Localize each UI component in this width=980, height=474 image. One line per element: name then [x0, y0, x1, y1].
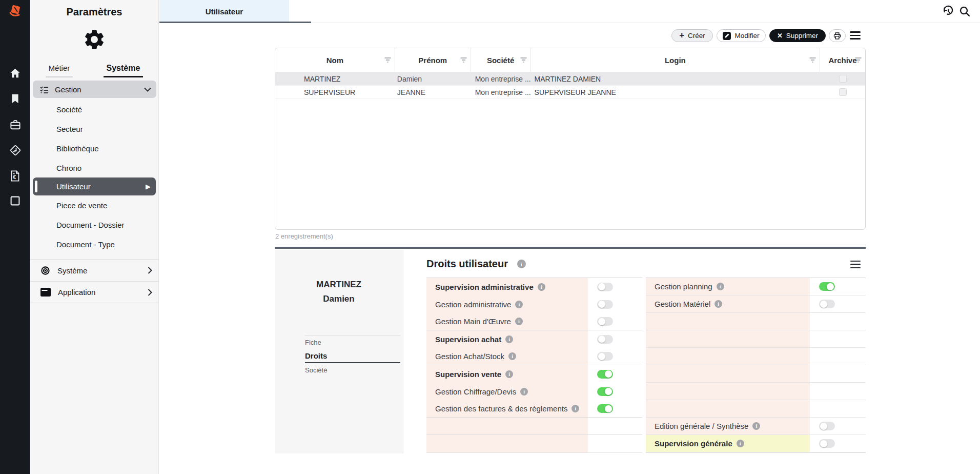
filter-icon[interactable] — [384, 57, 391, 63]
rights-label-cell — [646, 383, 810, 400]
tab-systeme[interactable]: Système — [104, 64, 144, 77]
column-header-nom[interactable]: Nom — [275, 48, 395, 72]
sidebar-item-document-dossier[interactable]: Document - Dossier — [30, 215, 158, 234]
rights-toggle-cell — [588, 365, 642, 383]
sidebar-item-utilisateur[interactable]: Utilisateur▶ — [33, 177, 156, 195]
rights-label-cell: Edition générale / Synthèsei — [646, 418, 810, 435]
panel-menu-icon[interactable] — [850, 261, 861, 268]
toggle-off[interactable] — [597, 283, 613, 291]
modify-label: Modifier — [734, 32, 759, 40]
window-icon — [40, 288, 51, 297]
rights-table-right: Gestion planningiGestion MatérieliEditio… — [646, 278, 866, 453]
info-icon[interactable]: i — [517, 260, 526, 268]
sidebar-item-piece-de-vente[interactable]: Piece de vente — [30, 195, 158, 215]
square-icon[interactable] — [0, 195, 30, 206]
gear-icon — [30, 28, 158, 51]
toggle-off[interactable] — [819, 422, 835, 430]
info-icon[interactable]: i — [571, 405, 579, 412]
logo-icon[interactable] — [0, 4, 30, 19]
info-icon[interactable]: i — [505, 370, 513, 378]
sidebar-item-soci-t-[interactable]: Société — [30, 100, 158, 119]
detail-menu-droits[interactable]: Droits — [305, 349, 400, 363]
table-row[interactable]: SUPERVISEURJEANNEMon entreprise ...SUPER… — [275, 86, 865, 99]
toggle-knob — [605, 370, 612, 378]
search-icon[interactable] — [958, 5, 971, 17]
rights-row — [646, 348, 866, 365]
grid-menu-icon[interactable] — [850, 31, 861, 40]
rights-toggle-cell — [810, 435, 866, 452]
info-icon[interactable]: i — [505, 335, 513, 343]
rights-toggle-cell — [810, 295, 866, 313]
toggle-knob — [605, 405, 612, 412]
filter-icon[interactable] — [809, 57, 816, 63]
rights-toggle-cell — [588, 400, 642, 418]
toggle-knob — [820, 301, 827, 308]
create-button[interactable]: + Créer — [671, 29, 713, 42]
rights-row: Supervision généralei — [646, 435, 866, 452]
toggle-off[interactable] — [597, 317, 613, 326]
column-header-societe[interactable]: Société — [471, 48, 531, 72]
home-icon[interactable] — [0, 67, 30, 79]
rights-label-cell — [646, 348, 810, 365]
sidebar-item-chrono[interactable]: Chrono — [30, 158, 158, 177]
info-icon[interactable]: i — [515, 318, 523, 325]
toggle-off[interactable] — [597, 335, 613, 344]
invoice-icon[interactable]: € — [0, 170, 30, 182]
sidebar-group-gestion[interactable]: Gestion — [33, 81, 156, 98]
tab-metier[interactable]: Métier — [46, 64, 73, 77]
delete-button[interactable]: ✕ Supprimer — [769, 29, 826, 42]
archive-checkbox[interactable] — [839, 75, 847, 83]
info-icon[interactable]: i — [515, 301, 523, 308]
toggle-off[interactable] — [597, 352, 613, 361]
column-header-login[interactable]: Login — [531, 48, 821, 72]
detail-menu-soci-t-[interactable]: Société — [305, 363, 400, 377]
roadwork-icon[interactable] — [0, 144, 30, 156]
rights-toggle-cell — [588, 383, 642, 400]
toggle-off[interactable] — [597, 300, 613, 309]
table-row[interactable]: MARTINEZDamienMon entreprise ...MARTINEZ… — [275, 72, 865, 86]
sidebar-group-systeme[interactable]: Système — [30, 259, 158, 281]
sidebar-group-application[interactable]: Application — [30, 281, 158, 303]
toggle-off[interactable] — [819, 300, 835, 308]
filter-icon[interactable] — [460, 57, 467, 63]
toggle-on[interactable] — [597, 404, 613, 413]
toggle-on[interactable] — [597, 370, 613, 379]
history-icon[interactable] — [942, 5, 954, 17]
briefcase-icon[interactable] — [0, 119, 30, 131]
rights-label: Supervision vente — [435, 370, 501, 379]
info-icon[interactable]: i — [752, 422, 760, 430]
column-header-prenom[interactable]: Prénom — [395, 48, 471, 72]
detail-menu-fiche[interactable]: Fiche — [305, 335, 400, 349]
info-icon[interactable]: i — [737, 440, 744, 447]
filter-icon[interactable] — [855, 57, 862, 63]
archive-checkbox[interactable] — [839, 88, 847, 96]
modify-button[interactable]: Modifier — [717, 29, 766, 42]
info-icon[interactable]: i — [714, 300, 722, 308]
bookmark-icon[interactable] — [0, 93, 30, 105]
info-icon[interactable]: i — [538, 283, 545, 291]
cell-societe: Mon entreprise ... — [471, 75, 531, 83]
toggle-knob — [827, 283, 834, 290]
rights-row: Gestion administrativei — [426, 295, 642, 313]
rights-label-cell: Gestion Chiffrage/Devisi — [426, 383, 588, 400]
toggle-off[interactable] — [819, 439, 835, 448]
sidebar-item-biblioth-que[interactable]: Bibliothèque — [30, 139, 158, 158]
target-icon — [40, 266, 50, 275]
sidebar-item-list: SociétéSecteurBibliothèqueChronoUtilisat… — [30, 100, 158, 254]
sidebar-item-label: Secteur — [56, 125, 83, 133]
main-content: Utilisateur + Créer Modifier ✕ Supprimer — [159, 0, 980, 474]
column-header-archive[interactable]: Archive — [820, 48, 865, 72]
info-icon[interactable]: i — [717, 283, 724, 290]
toggle-on[interactable] — [597, 387, 613, 396]
create-label: Créer — [688, 32, 705, 40]
rights-label: Gestion administrative — [435, 300, 511, 309]
tab-utilisateur[interactable]: Utilisateur — [159, 0, 289, 23]
cell-societe: Mon entreprise ... — [471, 88, 531, 96]
print-button[interactable] — [829, 29, 846, 42]
info-icon[interactable]: i — [520, 388, 528, 396]
sidebar-item-document-type[interactable]: Document - Type — [30, 234, 158, 254]
info-icon[interactable]: i — [508, 352, 516, 360]
sidebar-item-secteur[interactable]: Secteur — [30, 119, 158, 139]
toggle-on[interactable] — [819, 282, 835, 291]
filter-icon[interactable] — [520, 57, 527, 63]
